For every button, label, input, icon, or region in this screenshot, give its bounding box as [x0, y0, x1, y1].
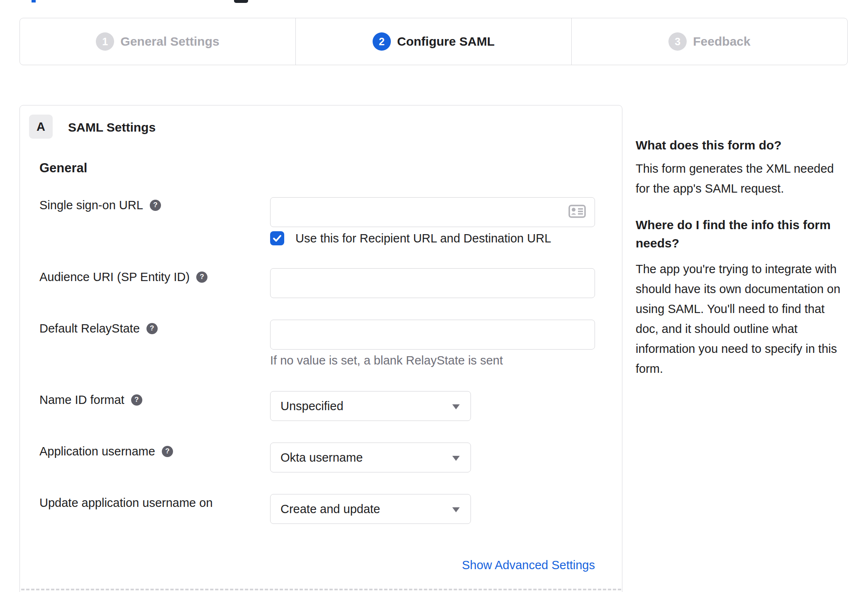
attribute-section-dashed-divider — [21, 589, 621, 590]
chevron-down-icon — [452, 507, 460, 512]
clipped-app-logo-fragment — [234, 0, 248, 3]
update-username-label: Update application username on — [39, 496, 213, 510]
sidebar-paragraph-what: This form generates the XML needed for t… — [636, 159, 851, 198]
help-icon[interactable]: ? — [131, 394, 142, 406]
help-icon[interactable]: ? — [146, 323, 158, 334]
name-id-format-value: Unspecified — [280, 399, 344, 413]
step-label: General Settings — [120, 34, 219, 49]
recipient-url-checkbox-row: Use this for Recipient URL and Destinati… — [270, 231, 551, 246]
step-label: Feedback — [693, 34, 750, 49]
name-id-format-select[interactable]: Unspecified — [270, 391, 471, 421]
relaystate-label: Default RelayState — [39, 322, 140, 335]
step-feedback[interactable]: 3 Feedback — [571, 18, 847, 65]
app-username-label: Application username — [39, 445, 155, 458]
sso-url-input-wrap — [270, 197, 595, 227]
relaystate-input[interactable] — [270, 320, 595, 350]
step-number-badge: 1 — [96, 32, 114, 51]
contact-card-icon[interactable] — [568, 205, 586, 220]
sso-url-label-row: Single sign-on URL ? — [39, 198, 161, 212]
step-number-badge: 3 — [668, 32, 687, 51]
chevron-down-icon — [452, 404, 460, 409]
general-group-heading: General — [39, 161, 87, 176]
help-icon[interactable]: ? — [196, 272, 207, 283]
sidebar-heading-what: What does this form do? — [636, 136, 851, 154]
show-advanced-settings-link[interactable]: Show Advanced Settings — [462, 558, 595, 572]
step-general-settings[interactable]: 1 General Settings — [20, 18, 295, 65]
relaystate-hint: If no value is set, a blank RelayState i… — [270, 354, 503, 367]
section-a-badge: A — [29, 115, 53, 139]
step-label: Configure SAML — [397, 34, 495, 49]
app-username-select[interactable]: Okta username — [270, 443, 471, 472]
app-username-value: Okta username — [280, 451, 363, 465]
step-number-badge: 2 — [373, 32, 391, 51]
wizard-stepper: 1 General Settings 2 Configure SAML 3 Fe… — [20, 18, 848, 65]
app-username-label-row: Application username ? — [39, 444, 173, 458]
update-username-select[interactable]: Create and update — [270, 494, 471, 524]
help-icon[interactable]: ? — [150, 200, 161, 211]
audience-uri-label: Audience URI (SP Entity ID) — [39, 270, 190, 284]
recipient-url-checkbox[interactable] — [270, 231, 284, 245]
sidebar-heading-where: Where do I find the info this form needs… — [636, 216, 851, 252]
section-title: SAML Settings — [68, 120, 156, 135]
recipient-url-checkbox-label[interactable]: Use this for Recipient URL and Destinati… — [295, 232, 551, 245]
help-icon[interactable]: ? — [162, 446, 173, 457]
audience-uri-label-row: Audience URI (SP Entity ID) ? — [39, 270, 207, 284]
clipped-blue-text-fragment — [32, 0, 36, 2]
name-id-format-label: Name ID format — [39, 393, 124, 407]
chevron-down-icon — [452, 456, 460, 461]
name-id-format-label-row: Name ID format ? — [39, 393, 142, 407]
update-username-label-row: Update application username on — [39, 496, 213, 510]
relaystate-label-row: Default RelayState ? — [39, 321, 158, 335]
step-configure-saml[interactable]: 2 Configure SAML — [295, 18, 571, 65]
sso-url-input[interactable] — [270, 197, 595, 227]
sso-url-label: Single sign-on URL — [39, 198, 143, 212]
audience-uri-input[interactable] — [270, 268, 595, 298]
sidebar-paragraph-where: The app you're trying to integrate with … — [636, 259, 851, 379]
update-username-value: Create and update — [280, 502, 380, 516]
